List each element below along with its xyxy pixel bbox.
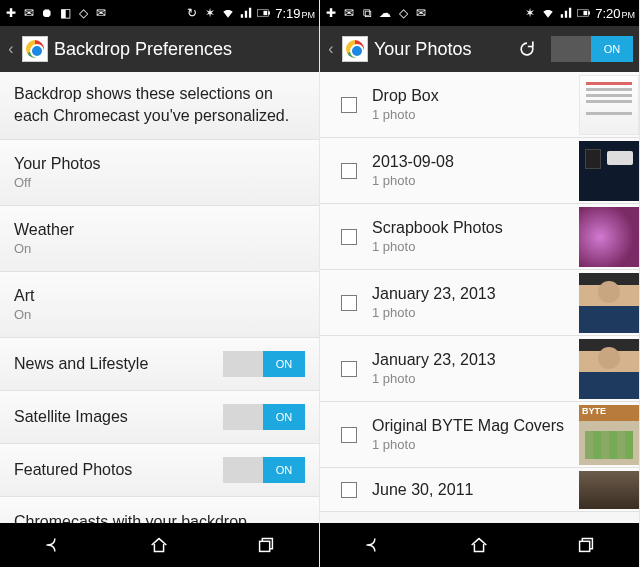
action-bar: ‹ Backdrop Preferences (0, 26, 319, 72)
plus-icon: ✚ (324, 6, 338, 20)
album-sub: 1 photo (372, 371, 579, 386)
content-area: Drop Box 1 photo 2013-09-08 1 photo Scra… (320, 72, 639, 523)
checkbox[interactable] (341, 482, 357, 498)
page-title: Your Photos (374, 39, 503, 60)
clock-time: 7:20PM (595, 6, 635, 21)
wifi-icon (541, 6, 555, 20)
page-title: Backdrop Preferences (54, 39, 313, 60)
album-title: 2013-09-08 (372, 153, 579, 171)
plus-icon: ✚ (4, 6, 18, 20)
album-thumb (579, 273, 639, 333)
back-button[interactable]: ‹ (6, 26, 16, 72)
clock-time: 7:19PM (275, 6, 315, 21)
album-row[interactable]: January 23, 2013 1 photo (320, 270, 639, 336)
battery-icon (577, 6, 591, 20)
album-thumb (579, 75, 639, 135)
album-thumb (579, 207, 639, 267)
album-sub: 1 photo (372, 305, 579, 320)
pref-label: Your Photos (14, 155, 305, 173)
nav-back-button[interactable] (23, 530, 83, 560)
album-title: Drop Box (372, 87, 579, 105)
pref-news-lifestyle[interactable]: News and Lifestyle ON (0, 338, 319, 391)
mail-icon: ✉ (342, 6, 356, 20)
album-thumb (579, 141, 639, 201)
nav-bar (320, 523, 639, 567)
clip-icon: ◇ (76, 6, 90, 20)
album-title: January 23, 2013 (372, 351, 579, 369)
pref-label: Satellite Images (14, 408, 223, 426)
album-sub: 1 photo (372, 107, 579, 122)
svg-rect-6 (584, 11, 588, 15)
pref-sub: On (14, 241, 305, 256)
checkbox[interactable] (341, 229, 357, 245)
phone-left: ✚ ✉ ⏺ ◧ ◇ ✉ ↻ ✶ 7:19PM ‹ Backdrop Prefer… (0, 0, 320, 567)
pref-label: News and Lifestyle (14, 355, 223, 373)
pref-label: Art (14, 287, 305, 305)
nav-home-button[interactable] (129, 530, 189, 560)
battery-icon (257, 6, 271, 20)
wifi-icon (221, 6, 235, 20)
pref-label: Weather (14, 221, 305, 239)
phone-right: ✚ ✉ ⧉ ☁ ◇ ✉ ✶ 7:20PM ‹ Your Photos (320, 0, 640, 567)
album-row[interactable]: January 23, 2013 1 photo (320, 336, 639, 402)
pref-satellite-images[interactable]: Satellite Images ON (0, 391, 319, 444)
nav-recent-button[interactable] (236, 530, 296, 560)
album-row[interactable]: Scrapbook Photos 1 photo (320, 204, 639, 270)
album-title: January 23, 2013 (372, 285, 579, 303)
pref-label: Featured Photos (14, 461, 223, 479)
nav-bar (0, 523, 319, 567)
svg-rect-7 (579, 541, 589, 551)
sync-icon: ↻ (185, 6, 199, 20)
checkbox[interactable] (341, 97, 357, 113)
pref-featured-photos[interactable]: Featured Photos ON (0, 444, 319, 497)
svg-rect-2 (264, 11, 268, 15)
album-title: Scrapbook Photos (372, 219, 579, 237)
pref-chromecasts-backdrop[interactable]: Chromecasts with your backdrop (0, 497, 319, 523)
pref-weather[interactable]: Weather On (0, 206, 319, 272)
toggle-switch[interactable]: ON (223, 351, 305, 377)
checkbox[interactable] (341, 295, 357, 311)
svg-rect-3 (259, 541, 269, 551)
album-row[interactable]: June 30, 2011 (320, 468, 639, 512)
mailopen-icon: ✉ (94, 6, 108, 20)
bookmark-icon: ◧ (58, 6, 72, 20)
clip-icon: ◇ (396, 6, 410, 20)
album-thumb (579, 339, 639, 399)
nav-recent-button[interactable] (556, 530, 616, 560)
refresh-button[interactable] (509, 31, 545, 67)
album-thumb (579, 405, 639, 465)
album-title: Original BYTE Mag Covers (372, 417, 579, 435)
master-toggle[interactable]: ON (551, 36, 633, 62)
signal-icon (239, 6, 253, 20)
action-bar: ‹ Your Photos ON (320, 26, 639, 72)
album-row[interactable]: Original BYTE Mag Covers 1 photo (320, 402, 639, 468)
toggle-switch[interactable]: ON (223, 404, 305, 430)
pref-art[interactable]: Art On (0, 272, 319, 338)
status-bar: ✚ ✉ ⧉ ☁ ◇ ✉ ✶ 7:20PM (320, 0, 639, 26)
chrome-logo-icon (22, 36, 48, 62)
pref-sub: On (14, 307, 305, 322)
back-button[interactable]: ‹ (326, 26, 336, 72)
checkbox[interactable] (341, 427, 357, 443)
nav-back-button[interactable] (343, 530, 403, 560)
album-row[interactable]: Drop Box 1 photo (320, 72, 639, 138)
vibrate-icon: ✶ (523, 6, 537, 20)
content-area: Backdrop shows these selections on each … (0, 72, 319, 523)
album-sub: 1 photo (372, 173, 579, 188)
mailopen-icon: ✉ (414, 6, 428, 20)
dev-icon: ⧉ (360, 6, 374, 20)
toggle-switch[interactable]: ON (223, 457, 305, 483)
album-sub: 1 photo (372, 437, 579, 452)
status-bar: ✚ ✉ ⏺ ◧ ◇ ✉ ↻ ✶ 7:19PM (0, 0, 319, 26)
album-title: June 30, 2011 (372, 481, 579, 499)
pref-your-photos[interactable]: Your Photos Off (0, 140, 319, 206)
vibrate-icon: ✶ (203, 6, 217, 20)
signal-icon (559, 6, 573, 20)
album-row[interactable]: 2013-09-08 1 photo (320, 138, 639, 204)
svg-rect-5 (588, 11, 590, 14)
checkbox[interactable] (341, 163, 357, 179)
checkbox[interactable] (341, 361, 357, 377)
album-thumb (579, 471, 639, 509)
nav-home-button[interactable] (449, 530, 509, 560)
pref-label: Chromecasts with your backdrop (14, 513, 305, 523)
